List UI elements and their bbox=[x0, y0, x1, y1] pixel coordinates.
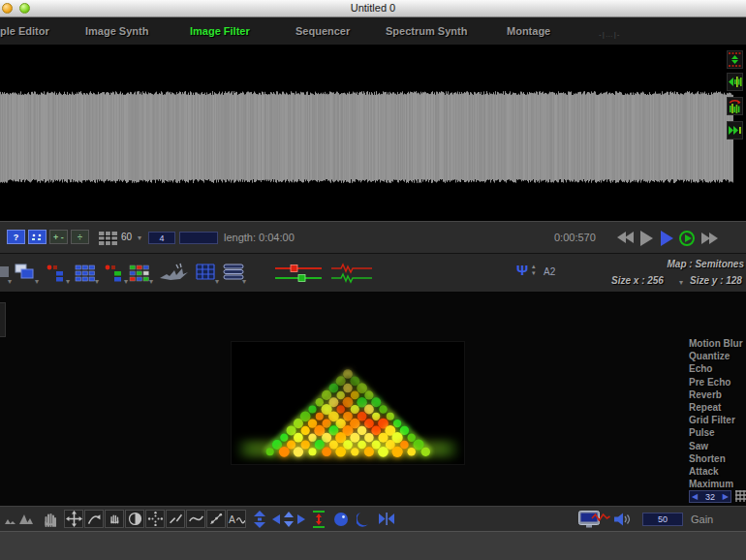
chevron-down-icon[interactable]: ▾ bbox=[138, 233, 141, 242]
chevron-down-icon[interactable]: ▾ bbox=[679, 278, 683, 287]
contrast-icon bbox=[127, 511, 143, 527]
tab-image-synth[interactable]: Image Synth bbox=[85, 25, 148, 37]
layers-button[interactable]: ▾ bbox=[221, 261, 244, 284]
slope-tool-button[interactable] bbox=[166, 510, 185, 528]
gain-field[interactable]: 50 bbox=[642, 513, 683, 526]
tab-image-filter[interactable]: Image Filter bbox=[190, 25, 250, 37]
clipped-tool-button[interactable]: ▾ bbox=[0, 261, 10, 284]
divide-button[interactable]: ÷ bbox=[71, 230, 89, 244]
rotate-icon[interactable] bbox=[333, 512, 349, 527]
hand-icon[interactable] bbox=[42, 511, 58, 527]
pan-4way-icon[interactable] bbox=[272, 512, 305, 527]
plus-minus-icon: + - bbox=[53, 233, 64, 242]
grid-size-value[interactable]: 60 bbox=[121, 232, 132, 242]
draw-rows-color-button[interactable]: ▾ bbox=[103, 261, 126, 284]
move-tool-button[interactable] bbox=[64, 510, 83, 528]
effect-item-saw[interactable]: Saw bbox=[689, 440, 746, 452]
dither-icon bbox=[31, 233, 44, 241]
bottom-toolbar: A 50 G bbox=[0, 506, 746, 531]
play-selection-button[interactable] bbox=[661, 231, 673, 246]
tab-sample-editor[interactable]: ple Editor bbox=[0, 25, 49, 37]
paste-picture-button[interactable]: ▾ bbox=[14, 261, 37, 284]
play-button[interactable] bbox=[640, 231, 653, 246]
dither-button[interactable] bbox=[28, 230, 47, 244]
tuning-fork-icon[interactable]: Ψ bbox=[516, 262, 528, 278]
table-blue-icon bbox=[74, 261, 97, 284]
steps-value: 32 bbox=[705, 492, 715, 502]
mirror-icon[interactable] bbox=[379, 513, 394, 525]
waveform-display[interactable] bbox=[0, 46, 733, 221]
rewind-button[interactable] bbox=[617, 232, 634, 243]
table-color-button[interactable]: ▾ bbox=[128, 261, 151, 284]
effect-item-attack[interactable]: Attack bbox=[689, 465, 746, 478]
crescent-icon[interactable] bbox=[357, 512, 369, 527]
splash-brush-button[interactable] bbox=[157, 261, 190, 284]
transport-bar: ? + - ÷ 60 ▾ 4 length: 0:04:00 0:00:570 bbox=[0, 221, 746, 254]
arc-tool-button[interactable] bbox=[84, 510, 104, 528]
fit-vertical-icon[interactable] bbox=[312, 511, 326, 528]
points-tool-button[interactable] bbox=[206, 510, 226, 528]
tab-montage[interactable]: Montage bbox=[507, 25, 550, 37]
length-label: length: 0:04:00 bbox=[224, 232, 295, 243]
stepper-left-icon[interactable]: ◀ bbox=[692, 493, 698, 501]
fit-vertical-button[interactable] bbox=[727, 50, 743, 69]
slope-icon bbox=[168, 511, 184, 527]
stepper-right-icon[interactable]: ▶ bbox=[723, 493, 729, 501]
map-mode-label[interactable]: Map : Semitones bbox=[668, 259, 744, 269]
rgb-sliders-button[interactable] bbox=[273, 261, 324, 284]
wave-zoom-out-icon[interactable] bbox=[4, 515, 16, 525]
effect-item-motion-blur[interactable]: Motion Blur bbox=[689, 337, 746, 350]
size-y-label[interactable]: Size y : 128 bbox=[690, 275, 746, 286]
display-icon[interactable] bbox=[578, 511, 610, 528]
points-icon bbox=[208, 511, 225, 527]
amplitude-tool-button[interactable]: A bbox=[227, 510, 246, 528]
append-right-button[interactable] bbox=[727, 121, 743, 140]
insert-left-button[interactable] bbox=[727, 73, 743, 91]
contrast-tool-button[interactable] bbox=[125, 510, 144, 528]
note-spinner[interactable]: ▴▾ bbox=[532, 263, 536, 276]
tab-bar: ple Editor Image Synth Image Filter Sequ… bbox=[0, 17, 746, 46]
effect-item-reverb[interactable]: Reverb bbox=[689, 389, 746, 401]
filter-image-canvas[interactable] bbox=[231, 341, 465, 465]
table-blue-button[interactable]: ▾ bbox=[74, 261, 97, 284]
grid-blue-button[interactable]: ▾ bbox=[194, 261, 217, 284]
effect-item-shorten[interactable]: Shorten bbox=[689, 452, 746, 465]
loop-play-icon bbox=[685, 234, 692, 242]
curve-tool-button[interactable] bbox=[186, 510, 205, 528]
help-button[interactable]: ? bbox=[7, 230, 25, 244]
gain-label: Gain bbox=[691, 513, 713, 525]
beats-field[interactable]: 4 bbox=[148, 232, 175, 244]
nudge-tool-button[interactable] bbox=[145, 510, 165, 528]
tab-sequencer[interactable]: Sequencer bbox=[295, 25, 350, 37]
grid-blue-icon bbox=[194, 261, 217, 284]
fit-vertical-icon bbox=[728, 51, 742, 68]
insert-left-icon bbox=[728, 74, 742, 90]
effect-item-repeat[interactable]: Repeat bbox=[689, 401, 746, 414]
tab-spectrum-synth[interactable]: Spectrum Synth bbox=[386, 25, 467, 37]
loop-selection-button[interactable] bbox=[727, 97, 743, 115]
effect-item-quantize[interactable]: Quantize bbox=[689, 350, 746, 362]
speaker-icon[interactable] bbox=[614, 513, 631, 526]
steps-stepper[interactable]: ◀ 32 ▶ bbox=[689, 490, 731, 503]
stretch-vertical-icon[interactable] bbox=[254, 511, 265, 528]
plus-minus-button[interactable]: + - bbox=[49, 230, 68, 244]
grab-tool-button[interactable] bbox=[105, 510, 124, 528]
effect-item-grid-filter[interactable]: Grid Filter bbox=[689, 414, 746, 426]
fast-forward-button[interactable] bbox=[701, 233, 718, 244]
tuner-note-value[interactable]: A2 bbox=[544, 266, 555, 277]
draw-rows-button[interactable]: ▾ bbox=[45, 261, 68, 284]
grid-small-icon[interactable] bbox=[734, 489, 746, 503]
effect-item-pre-echo[interactable]: Pre Echo bbox=[689, 376, 746, 389]
grid-icon[interactable] bbox=[99, 232, 117, 245]
spare-field[interactable] bbox=[179, 232, 218, 244]
image-filter-workspace: Motion Blur Quantize Echo Pre Echo Rever… bbox=[0, 293, 746, 506]
effect-item-echo[interactable]: Echo bbox=[689, 362, 746, 375]
rgb-waves-button[interactable] bbox=[329, 261, 376, 284]
effect-item-pulse[interactable]: Pulse bbox=[689, 426, 746, 439]
title-bar: Untitled 0 bbox=[0, 0, 746, 17]
size-x-label[interactable]: Size x : 256 bbox=[611, 275, 664, 286]
help-icon: ? bbox=[14, 233, 19, 242]
rgb-sliders-icon bbox=[273, 261, 324, 284]
loop-play-button[interactable] bbox=[679, 231, 695, 246]
wave-zoom-in-icon[interactable] bbox=[18, 513, 34, 525]
